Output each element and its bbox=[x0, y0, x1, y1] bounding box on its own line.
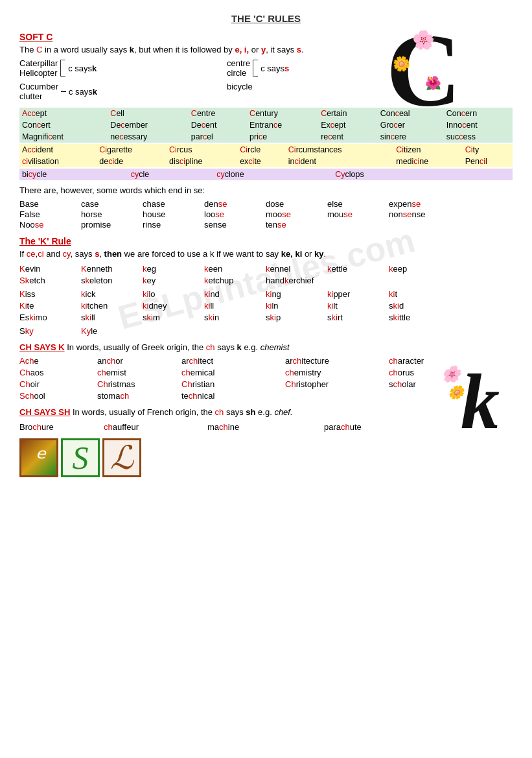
word-parcel: parcel bbox=[189, 131, 247, 143]
word-civilisation: civilisation bbox=[19, 156, 97, 167]
word-discipline: discipline bbox=[167, 156, 237, 167]
word-incident: incident bbox=[286, 156, 393, 167]
ch-says-sh-heading: CH SAYS SH bbox=[19, 407, 70, 417]
word-circle: circle bbox=[227, 68, 250, 78]
bottom-decorative: ᵉ S ℒ bbox=[19, 438, 513, 477]
word-success: success bbox=[444, 131, 513, 143]
word-cycle: cycle bbox=[128, 169, 214, 180]
word-pencil: Pencil bbox=[463, 156, 513, 167]
word-century: Century bbox=[247, 108, 318, 119]
word-decide: decide bbox=[97, 156, 167, 167]
c-says-k-label2: c says k bbox=[69, 87, 97, 97]
word-cyclone: cyclone bbox=[214, 169, 332, 180]
cy-table: bicycle cycle cyclone Cyclops bbox=[19, 169, 513, 180]
word-except: Except bbox=[318, 119, 378, 131]
word-helicopter: Helicopter bbox=[19, 68, 58, 78]
se-intro: There are, however, some words which end… bbox=[19, 185, 513, 195]
word-cucumber: Cucumber bbox=[19, 82, 58, 91]
word-price: price bbox=[247, 131, 318, 143]
word-accident: Accident bbox=[19, 144, 97, 156]
word-recent: recent bbox=[318, 131, 378, 143]
ch-says-k-heading: CH SAYS K bbox=[19, 342, 65, 352]
k-rule-intro: If ce,ci and cy, says s, then we are for… bbox=[19, 249, 513, 259]
k-rule-heading: The 'K' Rule bbox=[19, 236, 71, 246]
c-says-s-label: c says s bbox=[260, 58, 289, 78]
word-cyclops: Cyclops bbox=[332, 169, 456, 180]
word-necessary: necessary bbox=[108, 131, 188, 143]
word-decent: Decent bbox=[189, 119, 247, 131]
word-circumstances: Circumstances bbox=[286, 144, 393, 156]
word-bicycle2: bicycle bbox=[19, 169, 128, 180]
word-magnificent: Magnificent bbox=[19, 131, 108, 143]
word-sincere: sincere bbox=[378, 131, 444, 143]
ch-k-words: Ache anchor architect architecture chara… bbox=[19, 356, 513, 401]
ch-says-sh-intro: In words, usually of French origin, the … bbox=[73, 407, 293, 417]
word-centre: centre bbox=[227, 58, 250, 68]
se-words: Base case chase dense dose else expense … bbox=[19, 199, 513, 230]
word-accept: Accept bbox=[19, 108, 108, 119]
word-centre2: Centre bbox=[189, 108, 247, 119]
word-certain: Certain bbox=[318, 108, 378, 119]
ch-sh-words: Brochure chauffeur machine parachute bbox=[19, 422, 513, 432]
word-cigarette: Cigarette bbox=[97, 144, 167, 156]
decorative-e: ᵉ bbox=[19, 438, 58, 477]
word-entrance: Entrance bbox=[247, 119, 318, 131]
page-title: THE 'C' RULES bbox=[19, 13, 513, 24]
ch-says-k-intro: In words, usually of Greek origin, the c… bbox=[67, 342, 289, 352]
k-words: Kevin Kenneth keg keen kennel kettle kee… bbox=[19, 264, 513, 336]
word-bicycle: bicycle bbox=[227, 82, 356, 91]
word-circle2: Circle bbox=[237, 144, 286, 156]
word-clutter: clutter bbox=[19, 91, 58, 101]
word-circus: Circus bbox=[167, 144, 237, 156]
word-excite: excite bbox=[237, 156, 286, 167]
yellow-table: Accident Cigarette Circus Circle Circums… bbox=[19, 144, 513, 167]
word-cell: Cell bbox=[108, 108, 188, 119]
word-caterpillar: Caterpillar bbox=[19, 58, 58, 68]
word-december: December bbox=[108, 119, 188, 131]
word-medicine: medicine bbox=[393, 156, 463, 167]
decorative-s: S bbox=[61, 438, 100, 477]
word-citizen: Citizen bbox=[393, 144, 463, 156]
decorative-l: ℒ bbox=[102, 438, 141, 477]
word-concert: Concert bbox=[19, 119, 108, 131]
word-city: City bbox=[463, 144, 513, 156]
c-says-k-label: c says k bbox=[68, 58, 97, 78]
